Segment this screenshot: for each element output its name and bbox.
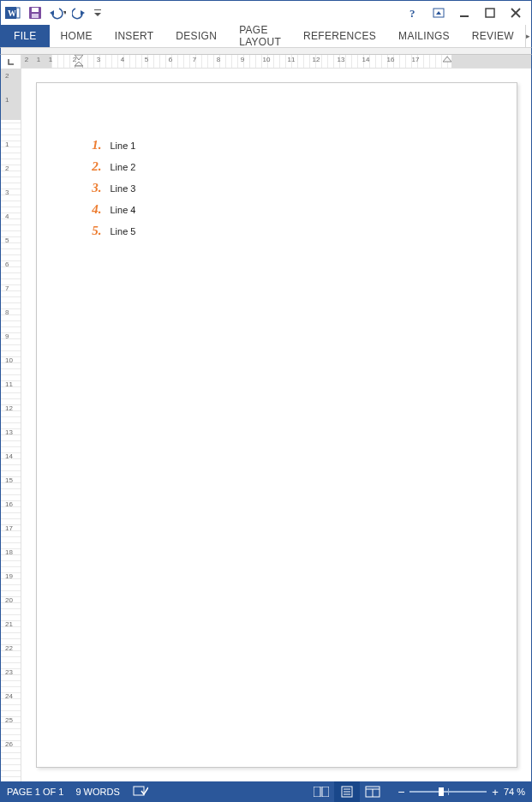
web-layout-icon[interactable] (360, 781, 386, 802)
svg-rect-14 (460, 15, 469, 17)
h-ruler-label: 1 (49, 56, 52, 63)
tabs-overflow-icon[interactable]: ▸ (525, 25, 531, 47)
horizontal-ruler[interactable]: 2112345678910111213141617 (21, 55, 531, 69)
status-page[interactable]: PAGE 1 OF 1 (7, 787, 63, 797)
list-text[interactable]: Line 3 (111, 183, 136, 194)
h-ruler-label: 11 (288, 56, 296, 63)
tab-home[interactable]: HOME (50, 25, 104, 47)
list-number: 2. (88, 159, 102, 174)
h-ruler-label: 16 (387, 56, 395, 63)
v-ruler-label: 2 (5, 72, 9, 80)
v-ruler-label: 23 (5, 668, 13, 676)
redo-icon[interactable] (71, 4, 88, 21)
tab-insert[interactable]: INSERT (104, 25, 165, 47)
v-ruler-label: 4 (5, 212, 9, 220)
list-item[interactable]: 5. Line 5 (88, 224, 465, 238)
list-item[interactable]: 1. Line 1 (88, 138, 465, 153)
page[interactable]: 1. Line 1 2. Line 2 3. Line 3 4. Line 4 … (36, 82, 517, 768)
v-ruler-label: 17 (5, 524, 13, 532)
svg-rect-4 (32, 8, 39, 12)
h-ruler-label: 14 (362, 56, 370, 63)
minimize-icon[interactable] (456, 4, 473, 21)
word-app-icon: W (4, 4, 21, 21)
v-ruler-label: 24 (5, 692, 13, 700)
svg-text:W: W (8, 9, 16, 18)
ribbon-tabs: FILE HOME INSERT DESIGN PAGE LAYOUT REFE… (0, 25, 532, 48)
tab-design[interactable]: DESIGN (164, 25, 228, 47)
v-ruler-label: 25 (5, 716, 13, 724)
tab-selector-icon[interactable] (1, 55, 21, 69)
ribbon-collapsed-band (0, 48, 532, 55)
list-item[interactable]: 3. Line 3 (88, 181, 465, 195)
close-icon[interactable] (507, 4, 524, 21)
tab-mailings[interactable]: MAILINGS (387, 25, 461, 47)
view-buttons (308, 781, 386, 802)
tab-file[interactable]: FILE (1, 25, 50, 47)
v-ruler-label: 11 (5, 380, 13, 388)
list-text[interactable]: Line 1 (111, 141, 136, 151)
zoom-thumb[interactable] (439, 787, 444, 796)
list-item[interactable]: 2. Line 2 (88, 159, 465, 174)
v-ruler-label: 8 (5, 308, 9, 316)
customize-qat-icon[interactable] (93, 4, 102, 21)
right-indent-icon[interactable] (443, 57, 451, 64)
print-layout-icon[interactable] (334, 781, 360, 802)
h-ruler-label: 2 (25, 56, 28, 63)
v-ruler-top-margin (1, 69, 21, 120)
ruler-row: 2112345678910111213141617 (0, 55, 532, 69)
zoom-value[interactable]: 74 % (504, 787, 525, 797)
h-ruler-label: 4 (121, 56, 124, 63)
spellcheck-icon[interactable] (132, 783, 149, 800)
tab-references[interactable]: REFERENCES (292, 25, 387, 47)
zoom-control: − + 74 % (398, 785, 525, 799)
help-icon[interactable]: ? (404, 4, 421, 21)
svg-marker-21 (443, 57, 451, 62)
svg-marker-18 (75, 55, 83, 60)
save-icon[interactable] (27, 4, 44, 21)
tab-page-layout[interactable]: PAGE LAYOUT (228, 25, 292, 47)
v-ruler-label: 20 (5, 596, 13, 604)
svg-rect-9 (94, 9, 101, 10)
h-ruler-label: 5 (145, 56, 148, 63)
h-ruler-label: 8 (217, 56, 220, 63)
read-mode-icon[interactable] (308, 781, 334, 802)
h-ruler-label: 9 (241, 56, 244, 63)
tab-review[interactable]: REVIEW (461, 25, 525, 47)
v-ruler-label: 12 (5, 404, 13, 412)
v-ruler-label: 21 (5, 620, 13, 628)
v-ruler-label: 15 (5, 476, 13, 484)
v-ruler-label: 6 (5, 260, 9, 268)
svg-rect-2 (16, 8, 20, 18)
document-area[interactable]: 1. Line 1 2. Line 2 3. Line 3 4. Line 4 … (21, 69, 531, 781)
svg-rect-23 (314, 787, 320, 797)
list-text[interactable]: Line 2 (111, 162, 136, 172)
vertical-ruler[interactable]: 2112345678910111213141516171819202122232… (1, 69, 21, 781)
ribbon-display-options-icon[interactable] (430, 4, 447, 21)
status-words[interactable]: 9 WORDS (75, 787, 119, 797)
left-indent-icon[interactable] (75, 62, 83, 69)
h-ruler-label: 1 (37, 56, 40, 63)
zoom-in-icon[interactable]: + (492, 786, 499, 799)
zoom-slider[interactable] (409, 791, 487, 793)
v-ruler-label: 3 (5, 189, 9, 196)
list-text[interactable]: Line 5 (111, 226, 136, 236)
svg-text:?: ? (409, 7, 415, 19)
h-ruler-label: 10 (263, 56, 271, 63)
v-ruler-label: 18 (5, 548, 13, 556)
v-ruler-label: 26 (5, 740, 13, 748)
svg-rect-24 (322, 787, 329, 797)
svg-marker-13 (436, 11, 441, 15)
list-item[interactable]: 4. Line 4 (88, 202, 465, 217)
list-number: 5. (88, 224, 102, 238)
window-controls: ? (404, 4, 528, 21)
v-ruler-label: 9 (5, 332, 9, 340)
h-ruler-label: 13 (338, 56, 345, 63)
zoom-out-icon[interactable]: − (398, 785, 404, 799)
workspace: 2112345678910111213141516171819202122232… (0, 69, 532, 781)
list-text[interactable]: Line 4 (111, 205, 136, 215)
restore-icon[interactable] (481, 4, 499, 21)
list-number: 4. (88, 202, 102, 217)
h-ruler-label: 6 (169, 56, 172, 63)
v-ruler-label: 10 (5, 356, 13, 364)
undo-icon[interactable] (49, 4, 66, 21)
